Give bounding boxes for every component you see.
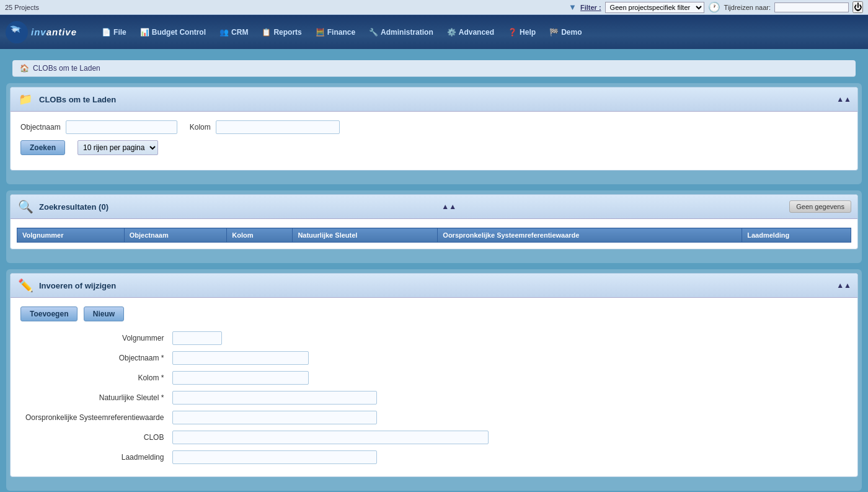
logo: invantive [5,20,77,44]
objectnaam-form-input[interactable] [172,351,309,365]
tijdreizen-label: Tijdreizen naar: [724,4,771,11]
natuurlijke-sleutel-label: Natuurlijke Sleutel * [22,388,167,407]
rows-per-page-select[interactable]: 10 rijen per pagina 25 rijen per pagina … [78,140,158,155]
invoer-form-table: Volgnummer Objectnaam * Ko [20,328,848,468]
results-title: Zoekresultaten (0) [39,202,108,212]
col-objectnaam: Objectnaam [124,228,227,243]
objectnaam-form-input-cell [169,349,846,367]
volgnummer-label-cell: Volgnummer [22,329,167,347]
invoer-section: ✏️ Invoeren of wijzigen ▲▲ Toevoegen Nie… [6,269,862,491]
crm-icon: 👥 [219,28,229,37]
nav-item-demo[interactable]: 🏁 Demo [543,25,588,39]
filter-select[interactable]: Geen projectspecifiek filter [605,2,704,13]
clob-input[interactable] [172,431,489,444]
collapse-search-icon[interactable]: ▲▲ [836,95,851,104]
col-kolom: Kolom [227,228,293,243]
kolom-label: Kolom [190,123,211,132]
demo-icon: 🏁 [549,28,559,37]
results-section: 🔍 Zoekresultaten (0) ▲▲ Geen gegevens Vo… [6,190,862,263]
results-table: Volgnummer Objectnaam Kolom Natuurlijke … [17,228,851,243]
oorspronkelijke-label: Oorspronkelijke Systeemreferentiewaarde [22,408,167,427]
volgnummer-input[interactable] [172,331,222,345]
nav-item-administration[interactable]: 🔧 Administration [363,25,440,39]
nav-item-reports[interactable]: 📋 Reports [255,25,308,39]
form-row-natuurlijke-sleutel: Natuurlijke Sleutel * [22,388,846,407]
budget-control-icon: 📊 [140,28,149,37]
form-row-oorspronkelijke: Oorspronkelijke Systeemreferentiewaarde [22,408,846,427]
laadmelding-input-cell [169,448,846,467]
toevoegen-button[interactable]: Toevoegen [20,306,78,321]
kolom-form-label: Kolom * [22,369,167,387]
form-row-laadmelding: Laadmelding [22,448,846,467]
nav-item-advanced[interactable]: ⚙️ Advanced [441,25,500,39]
power-button[interactable]: ⏻ [852,1,863,13]
search-panel: 📁 CLOBs om te Laden ▲▲ Objectnaam Kolom [10,87,858,171]
natuurlijke-sleutel-input[interactable] [172,391,377,405]
results-panel: 🔍 Zoekresultaten (0) ▲▲ Geen gegevens Vo… [10,194,858,249]
search-body: Objectnaam Kolom Zoeken 10 rijen per pag… [11,112,857,170]
form-row-objectnaam: Objectnaam * [22,349,846,367]
filter-icon: ▼ [569,2,577,12]
help-icon: ❓ [508,28,517,37]
laadmelding-label: Laadmelding [22,448,167,467]
collapse-results-icon[interactable]: ▲▲ [441,202,456,211]
objectnaam-label: Objectnaam [20,123,61,132]
tijdreizen-icon: 🕐 [708,1,720,13]
nav-item-finance[interactable]: 🧮 Finance [309,25,361,39]
collapse-invoer-icon[interactable]: ▲▲ [836,281,851,290]
administration-icon: 🔧 [369,28,378,37]
invoer-body: Toevoegen Nieuw Volgnummer Objectnaam [11,298,857,476]
nav-item-crm[interactable]: 👥 CRM [213,25,254,39]
objectnaam-form-label: Objectnaam * [22,349,167,367]
svg-point-0 [6,21,28,43]
form-row-clob: CLOB [22,428,846,447]
nav-item-help[interactable]: ❓ Help [502,25,542,39]
laadmelding-input[interactable] [172,450,377,464]
tijdreizen-input[interactable] [774,2,849,12]
kolom-form-input[interactable] [172,371,309,385]
filter-label[interactable]: Filter : [580,4,601,11]
search-header: 📁 CLOBs om te Laden ▲▲ [11,87,857,112]
objectnaam-input[interactable] [66,120,177,134]
search-section: 📁 CLOBs om te Laden ▲▲ Objectnaam Kolom [6,83,862,184]
form-row-volgnummer: Volgnummer [22,329,846,347]
oorspronkelijke-input-cell [169,408,846,427]
invoer-panel: ✏️ Invoeren of wijzigen ▲▲ Toevoegen Nie… [10,273,858,477]
main-nav: 📄 File 📊 Budget Control 👥 CRM 📋 Reports … [95,25,588,39]
invoer-icon: ✏️ [17,277,34,294]
geen-gegevens-button[interactable]: Geen gegevens [789,200,851,213]
results-header: 🔍 Zoekresultaten (0) ▲▲ Geen gegevens [11,195,857,219]
nieuw-button[interactable]: Nieuw [84,306,124,321]
volgnummer-input-cell [169,329,846,347]
kolom-form-input-cell [169,369,846,387]
search-results-icon: 🔍 [17,198,34,215]
home-icon: 🏠 [20,64,29,73]
oorspronkelijke-input[interactable] [172,411,377,424]
nav-item-file[interactable]: 📄 File [95,25,133,39]
zoeken-button[interactable]: Zoeken [20,140,65,155]
nav-item-budget-control[interactable]: 📊 Budget Control [134,25,212,39]
finance-icon: 🧮 [316,28,325,37]
clob-input-cell [169,428,846,447]
natuurlijke-sleutel-input-cell [169,388,846,407]
form-row-kolom: Kolom * [22,369,846,387]
clob-form-label: CLOB [22,428,167,447]
col-laadmelding: Laadmelding [742,228,851,243]
invoer-header: ✏️ Invoeren of wijzigen ▲▲ [11,274,857,298]
projects-count: 25 Projects [5,4,39,11]
search-title: CLOBs om te Laden [39,95,116,104]
file-icon: 📄 [102,28,111,37]
breadcrumb: 🏠 CLOBs om te Laden [12,60,856,77]
col-volgnummer: Volgnummer [17,228,125,243]
reports-icon: 📋 [262,28,271,37]
logo-bird-icon [5,20,29,44]
clob-icon: 📁 [17,91,34,108]
advanced-icon: ⚙️ [447,28,456,37]
breadcrumb-text: CLOBs om te Laden [33,64,100,73]
logo-text: invantive [31,27,77,37]
results-body: Volgnummer Objectnaam Kolom Natuurlijke … [11,219,857,249]
col-oorspronkelijke: Oorspronkelijke Systeemreferentiewaarde [438,228,742,243]
invoer-title: Invoeren of wijzigen [39,281,116,290]
kolom-input[interactable] [216,120,340,134]
col-natuurlijke-sleutel: Natuurlijke Sleutel [293,228,438,243]
